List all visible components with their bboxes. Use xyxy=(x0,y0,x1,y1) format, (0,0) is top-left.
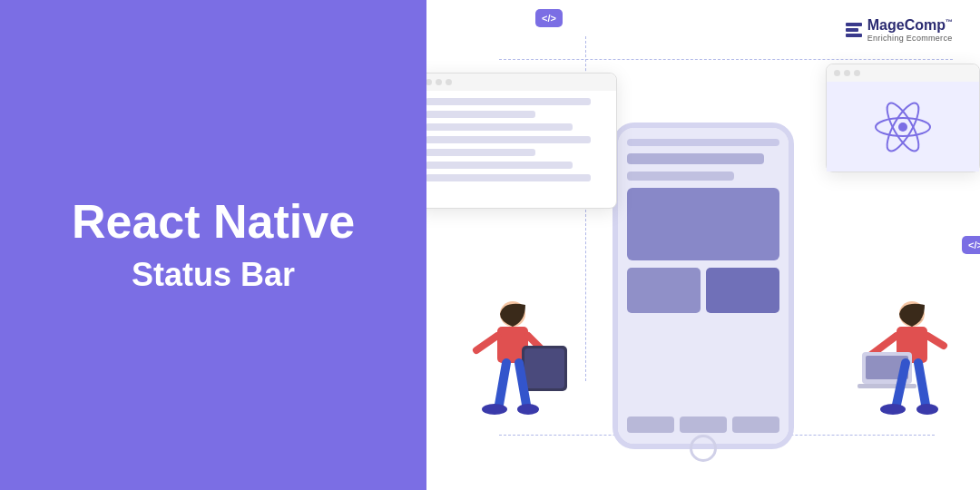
phone-sub-block-2 xyxy=(706,268,779,313)
browser-dot-3 xyxy=(446,79,452,85)
person-right-svg xyxy=(844,296,962,450)
browser-body-right xyxy=(827,82,979,172)
logo-tagline: Enriching Ecommerce xyxy=(867,34,953,43)
browser-titlebar-left xyxy=(426,74,616,91)
browser-line-4 xyxy=(426,136,591,143)
phone-btn-2 xyxy=(680,416,727,433)
right-panel: MageComp™ Enriching Ecommerce </> </> xyxy=(426,0,980,490)
browser-line-2 xyxy=(426,111,535,118)
browser-line-7 xyxy=(426,174,591,181)
phone-screen xyxy=(618,128,789,444)
illustration-area xyxy=(445,45,962,490)
logo-bar-1 xyxy=(846,23,862,26)
svg-point-0 xyxy=(898,122,907,132)
browser-titlebar-right xyxy=(827,64,979,82)
code-tag-right: </> xyxy=(962,236,980,254)
svg-point-24 xyxy=(916,404,938,415)
svg-point-13 xyxy=(517,404,539,415)
phone-btn-3 xyxy=(732,416,779,433)
browser-dot-r3 xyxy=(854,70,860,76)
phone-row-1 xyxy=(627,268,779,313)
left-content: React Native Status Bar xyxy=(35,160,391,330)
sub-title: Status Bar xyxy=(72,255,355,294)
browser-dot-r1 xyxy=(834,70,840,76)
browser-dot-r2 xyxy=(844,70,850,76)
react-atom-icon xyxy=(871,95,935,159)
person-right xyxy=(844,296,962,454)
code-tag-top: </> xyxy=(535,9,563,27)
svg-line-6 xyxy=(476,336,497,350)
phone-device xyxy=(612,122,794,449)
browser-body-left xyxy=(426,91,616,189)
logo-area: MageComp™ Enriching Ecommerce xyxy=(846,16,953,43)
svg-line-17 xyxy=(927,336,944,346)
browser-line-3 xyxy=(426,123,573,131)
phone-btn-1 xyxy=(627,416,674,433)
phone-bottom-buttons xyxy=(627,416,779,433)
phone-top-bar xyxy=(627,139,779,146)
browser-window-right xyxy=(826,64,980,172)
phone-block-1 xyxy=(627,153,764,164)
browser-dot-2 xyxy=(436,79,442,85)
logo-icon xyxy=(846,23,862,37)
dashed-line-top xyxy=(499,59,953,60)
svg-line-10 xyxy=(499,363,506,405)
logo-text-area: MageComp™ Enriching Ecommerce xyxy=(867,16,953,43)
browser-window-left xyxy=(426,73,617,209)
person-left-svg xyxy=(472,296,581,450)
svg-point-12 xyxy=(482,404,507,415)
left-panel: React Native Status Bar xyxy=(0,0,426,490)
svg-rect-9 xyxy=(524,348,564,388)
phone-sub-block-1 xyxy=(627,268,701,313)
logo-bar-3 xyxy=(846,34,862,37)
logo-bar-2 xyxy=(846,28,858,32)
phone-block-2 xyxy=(627,172,734,181)
svg-line-22 xyxy=(918,363,926,405)
browser-dot-1 xyxy=(426,79,432,85)
svg-rect-20 xyxy=(858,384,916,388)
browser-line-6 xyxy=(426,162,573,169)
svg-point-23 xyxy=(880,404,906,415)
browser-line-1 xyxy=(426,98,591,105)
svg-line-16 xyxy=(871,336,897,355)
phone-block-large xyxy=(627,188,779,260)
logo-name: MageComp™ xyxy=(867,16,953,34)
main-title: React Native xyxy=(72,196,355,248)
person-left xyxy=(472,296,581,454)
phone-home-button xyxy=(690,435,717,462)
browser-line-5 xyxy=(426,149,535,156)
